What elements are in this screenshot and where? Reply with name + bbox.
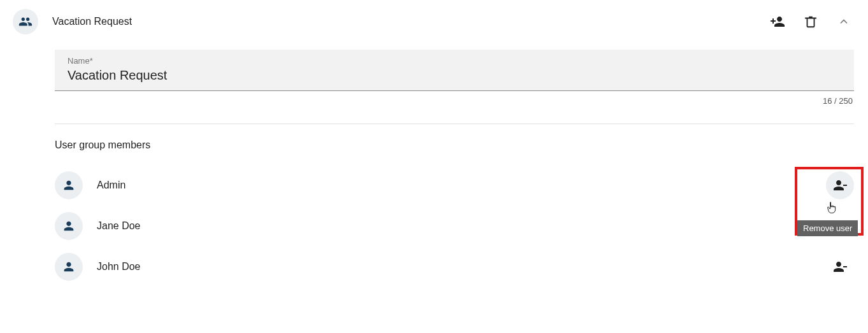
divider [55, 124, 854, 124]
member-name: Admin [97, 180, 826, 191]
member-row: Admin [55, 165, 854, 206]
person-icon [55, 171, 83, 199]
add-user-button[interactable] [769, 13, 786, 31]
collapse-button[interactable] [835, 13, 853, 31]
name-field[interactable]: Name* [55, 50, 854, 91]
content-area: Name* 16 / 250 User group members Admin … [0, 43, 868, 287]
char-counter: 16 / 250 [55, 96, 854, 106]
member-name: Jane Doe [97, 220, 826, 232]
delete-button[interactable] [802, 13, 820, 31]
group-header: Vacation Request [0, 0, 868, 43]
member-name: John Doe [97, 261, 826, 273]
name-label: Name* [68, 56, 841, 66]
group-icon [13, 9, 38, 34]
header-actions [769, 13, 855, 31]
remove-user-button[interactable] [826, 253, 854, 281]
member-row: Jane Doe [55, 206, 854, 246]
member-row: John Doe [55, 246, 854, 287]
name-input[interactable] [68, 68, 841, 83]
remove-user-button[interactable] [826, 171, 854, 199]
person-icon [55, 212, 83, 240]
tooltip: Remove user [797, 220, 858, 236]
members-section-title: User group members [55, 139, 854, 151]
header-title: Vacation Request [52, 16, 769, 27]
person-icon [55, 253, 83, 281]
